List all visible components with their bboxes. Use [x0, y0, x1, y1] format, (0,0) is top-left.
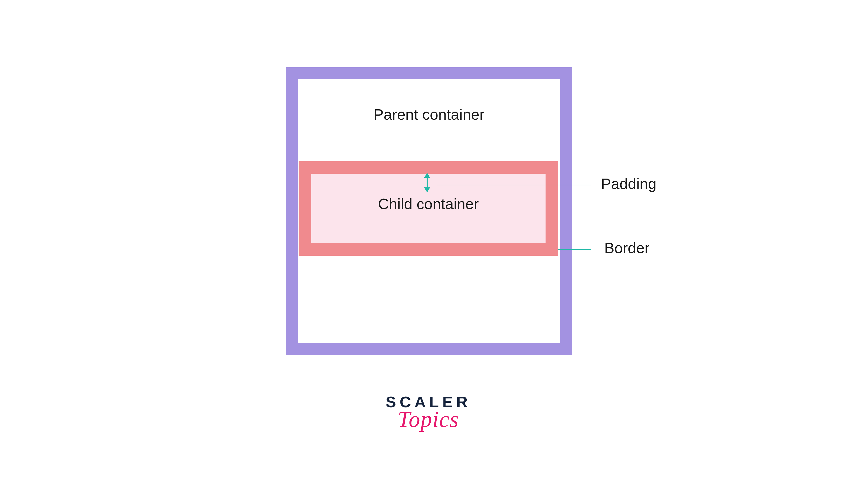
- padding-annotation-label: Padding: [601, 175, 656, 192]
- parent-container-label: Parent container: [286, 106, 572, 123]
- diagram-canvas: Parent container Child container Padding…: [0, 0, 857, 504]
- border-callout-line: [558, 249, 591, 250]
- brand-logo: SCALER Topics: [383, 393, 474, 432]
- border-annotation-label: Border: [604, 239, 650, 257]
- padding-double-arrow-icon: [426, 174, 427, 191]
- child-container-label: Child container: [299, 195, 558, 213]
- padding-callout-line: [437, 185, 591, 185]
